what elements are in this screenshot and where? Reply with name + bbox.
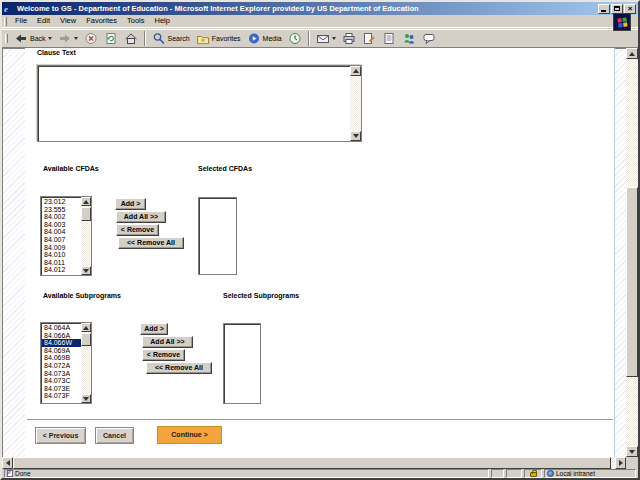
scrollbar-thumb[interactable] (81, 333, 91, 346)
edit-button[interactable] (359, 30, 379, 47)
close-icon: × (625, 4, 635, 14)
menubar-grip[interactable] (4, 17, 7, 26)
subprogram-option[interactable]: 84.069B (42, 354, 81, 362)
back-button[interactable]: Back (11, 30, 55, 47)
toolbar-separator (144, 31, 146, 46)
windows-flag-icon (617, 17, 627, 27)
restore-icon (614, 6, 620, 11)
scroll-left-button[interactable] (2, 457, 13, 469)
search-label: Search (168, 35, 190, 42)
mail-button[interactable] (313, 30, 339, 47)
subprogram-option[interactable]: 84.073F (42, 392, 81, 400)
scroll-up-button[interactable] (350, 66, 361, 76)
menu-item[interactable]: Tools (122, 15, 150, 27)
subprogram-option[interactable]: 84.073C (42, 377, 81, 385)
messenger-icon (402, 32, 416, 45)
available-subprograms-listbox[interactable]: 84.064A84.066A84.066W84.069A84.069B84.07… (40, 322, 92, 404)
subprogram-option[interactable]: 84.072A (42, 362, 81, 370)
horizontal-scrollbar[interactable] (2, 457, 626, 469)
clause-textarea[interactable] (37, 65, 362, 142)
subprogram-remove-all-button[interactable]: << Remove All (146, 362, 212, 374)
scroll-down-button[interactable] (81, 266, 91, 275)
menu-item[interactable]: Edit (32, 15, 55, 27)
cfda-option[interactable]: 23.555 (42, 206, 81, 214)
selected-subprograms-label: Selected Subprograms (223, 292, 299, 299)
status-panel: Done (4, 469, 489, 478)
restore-button[interactable] (611, 4, 623, 14)
cfda-option[interactable]: 84.004 (42, 228, 81, 236)
listbox-scrollbar[interactable] (81, 323, 91, 403)
menu-item[interactable]: Favorites (81, 15, 122, 27)
cfda-remove-button[interactable]: < Remove (116, 224, 159, 236)
scroll-up-button[interactable] (81, 197, 91, 206)
scrollbar-thumb[interactable] (81, 207, 91, 221)
window-title: Welcome to GS - Department of Education … (17, 4, 598, 13)
cfda-add-all-button[interactable]: Add All >> (116, 211, 166, 223)
cfda-add-button[interactable]: Add > (115, 198, 146, 210)
back-dropdown-icon[interactable] (48, 37, 52, 40)
scroll-down-button[interactable] (626, 446, 638, 457)
subprogram-add-button[interactable]: Add > (140, 323, 168, 335)
scroll-up-button[interactable] (81, 323, 91, 332)
media-button[interactable]: Media (244, 30, 285, 47)
arrow-down-icon (629, 450, 635, 454)
forward-dropdown-icon[interactable] (74, 37, 78, 40)
print-icon (342, 32, 356, 45)
menu-bar: FileEditViewFavoritesToolsHelp (2, 15, 638, 28)
listbox-scrollbar[interactable] (81, 197, 91, 275)
minimize-button[interactable] (598, 4, 610, 14)
clause-text-label: Clause Text (37, 49, 76, 56)
cfda-option[interactable]: 84.002 (42, 213, 81, 221)
edit-with-word-button[interactable] (379, 30, 399, 47)
subprogram-option[interactable]: 84.066A (42, 332, 81, 340)
search-button[interactable]: Search (149, 30, 193, 47)
intranet-zone-icon (547, 470, 554, 477)
discuss-button[interactable] (419, 30, 439, 47)
cfda-option[interactable]: 23.012 (42, 198, 81, 206)
menu-item[interactable]: File (10, 15, 32, 27)
subprogram-option[interactable]: 84.064A (42, 324, 81, 332)
menu-item[interactable]: View (55, 15, 81, 27)
scroll-down-button[interactable] (350, 131, 361, 141)
favorites-button[interactable]: Favorites (193, 30, 244, 47)
scroll-right-button[interactable] (615, 457, 626, 469)
cfda-remove-all-button[interactable]: << Remove All (118, 237, 184, 249)
subprogram-option[interactable]: 84.066W (42, 339, 81, 347)
subprogram-remove-button[interactable]: < Remove (142, 349, 185, 361)
refresh-button[interactable] (101, 30, 121, 47)
subprogram-option[interactable]: 84.073A (42, 370, 81, 378)
home-icon (124, 32, 138, 45)
selected-subprograms-listbox[interactable] (223, 323, 261, 404)
cfda-option[interactable]: 84.009 (42, 244, 81, 252)
selected-cfdas-listbox[interactable] (198, 197, 237, 275)
subprogram-add-all-button[interactable]: Add All >> (142, 336, 193, 348)
cfda-option[interactable]: 84.010 (42, 251, 81, 259)
previous-button[interactable]: < Previous (35, 427, 86, 444)
mail-dropdown-icon[interactable] (332, 37, 336, 40)
clause-textarea-scrollbar[interactable] (350, 66, 361, 141)
available-cfdas-listbox[interactable]: 23.01223.55584.00284.00384.00484.00784.0… (40, 196, 92, 276)
scroll-down-button[interactable] (81, 394, 91, 403)
cfda-option[interactable]: 84.003 (42, 221, 81, 229)
stop-button[interactable] (81, 30, 101, 47)
continue-button[interactable]: Continue > (157, 426, 222, 444)
title-bar[interactable]: e Welcome to GS - Department of Educatio… (2, 2, 638, 15)
cancel-button[interactable]: Cancel (95, 427, 134, 444)
scroll-up-button[interactable] (626, 48, 638, 59)
close-button[interactable]: × (624, 4, 636, 14)
subprogram-option[interactable]: 84.069A (42, 347, 81, 355)
toolbar-grip[interactable] (5, 34, 8, 43)
cfda-option[interactable]: 84.012 (42, 266, 81, 274)
messenger-button[interactable] (399, 30, 419, 47)
print-button[interactable] (339, 30, 359, 47)
home-button[interactable] (121, 30, 141, 47)
history-button[interactable] (285, 30, 305, 47)
cfda-option[interactable]: 84.011 (42, 259, 81, 267)
menu-item[interactable]: Help (150, 15, 175, 27)
cfda-option[interactable]: 84.007 (42, 236, 81, 244)
vertical-scrollbar[interactable] (626, 48, 638, 457)
subprogram-option[interactable]: 84.073E (42, 385, 81, 393)
scrollbar-thumb[interactable] (13, 457, 611, 469)
scrollbar-thumb[interactable] (626, 187, 638, 377)
forward-button[interactable] (55, 30, 81, 47)
